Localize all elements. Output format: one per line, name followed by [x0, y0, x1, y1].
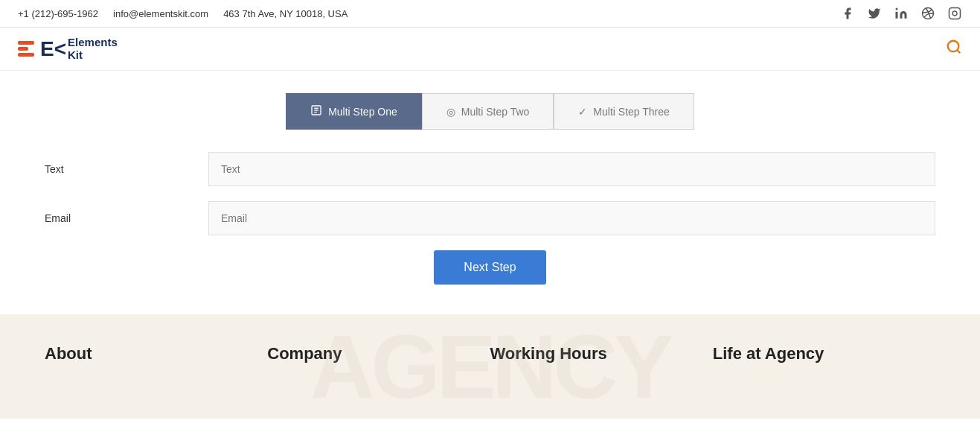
email-input[interactable]: [208, 201, 935, 235]
top-bar: +1 (212)-695-1962 info@elementskit.com 4…: [0, 0, 980, 28]
step3-label: Multi Step Three: [593, 106, 669, 118]
footer-about-title: About: [45, 344, 267, 364]
footer-col-life-at-agency: Life at Agency: [713, 344, 935, 364]
logo-ek-letter: E<: [40, 39, 66, 60]
twitter-icon[interactable]: [867, 6, 882, 21]
email-label: Email: [45, 212, 208, 224]
step-tab-1[interactable]: Multi Step One: [286, 93, 422, 130]
step-tab-3[interactable]: ✓ Multi Step Three: [554, 93, 694, 130]
text-label: Text: [45, 163, 208, 175]
top-bar-contact: +1 (212)-695-1962 info@elementskit.com 4…: [18, 8, 348, 19]
address: 463 7th Ave, NY 10018, USA: [223, 8, 348, 19]
instagram-icon[interactable]: [947, 6, 962, 21]
footer-life-at-agency-title: Life at Agency: [713, 344, 935, 364]
step-tabs: Multi Step One ◎ Multi Step Two ✓ Multi …: [45, 93, 935, 130]
logo-name: Elements Kit: [68, 36, 118, 61]
text-input[interactable]: [208, 152, 935, 186]
footer-bg-decoration: AGENCY: [0, 314, 980, 419]
social-icons: [840, 6, 962, 21]
step-tab-2[interactable]: ◎ Multi Step Two: [422, 93, 554, 130]
dribbble-icon[interactable]: [920, 6, 935, 21]
step1-label: Multi Step One: [328, 106, 397, 118]
step1-icon: [310, 104, 322, 118]
footer-working-hours-title: Working Hours: [490, 344, 713, 364]
email: info@elementskit.com: [113, 8, 208, 19]
text-field-row: Text: [45, 152, 935, 186]
footer-col-about: About: [45, 344, 267, 364]
footer-company-title: Company: [267, 344, 490, 364]
svg-rect-2: [949, 8, 961, 19]
email-field-row: Email: [45, 201, 935, 235]
svg-line-5: [957, 50, 960, 53]
step3-icon: ✓: [578, 106, 587, 118]
step2-label: Multi Step Two: [461, 106, 530, 118]
footer-columns: About Company Working Hours Life at Agen…: [45, 344, 935, 364]
search-button[interactable]: [946, 39, 962, 59]
logo[interactable]: E< Elements Kit: [18, 36, 118, 61]
footer-col-company: Company: [267, 344, 490, 364]
svg-point-4: [948, 41, 959, 52]
phone: +1 (212)-695-1962: [18, 8, 98, 19]
footer-col-working-hours: Working Hours: [490, 344, 713, 364]
logo-elements: Elements: [68, 36, 118, 49]
linkedin-icon[interactable]: [894, 6, 909, 21]
main-content: Multi Step One ◎ Multi Step Two ✓ Multi …: [0, 71, 980, 314]
logo-kit: Kit: [68, 49, 118, 62]
facebook-icon[interactable]: [840, 6, 855, 21]
footer-area: AGENCY About Company Working Hours Life …: [0, 314, 980, 419]
nav-bar: E< Elements Kit: [0, 28, 980, 71]
next-step-button[interactable]: Next Step: [434, 250, 545, 285]
next-step-wrap: Next Step: [45, 250, 935, 285]
step2-icon: ◎: [446, 106, 455, 118]
logo-icon: [18, 41, 34, 57]
svg-point-0: [896, 8, 898, 10]
